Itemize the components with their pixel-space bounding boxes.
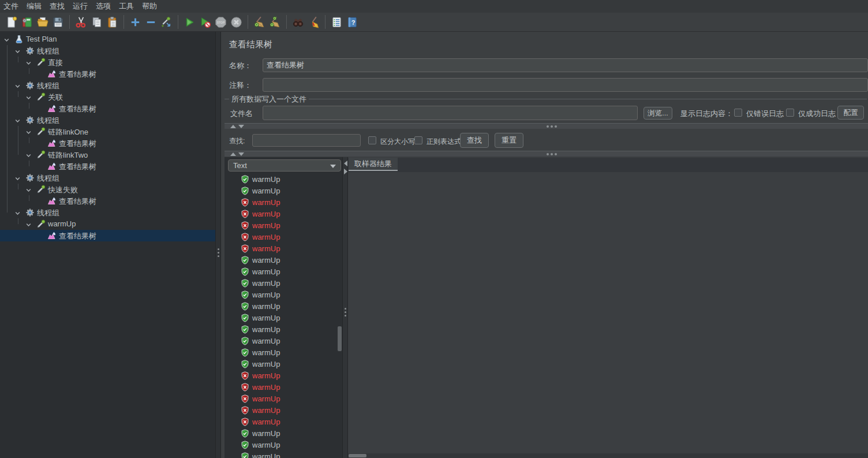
sample-row[interactable]: warmUp bbox=[225, 336, 342, 347]
tree-item[interactable]: 关联 bbox=[0, 91, 215, 103]
clear-all-icon[interactable] bbox=[267, 14, 283, 29]
chevron-down-icon[interactable] bbox=[25, 59, 32, 66]
chevron-down-icon[interactable] bbox=[14, 83, 21, 89]
sample-row[interactable]: warmUp bbox=[225, 185, 342, 197]
function-helper-icon[interactable] bbox=[329, 14, 345, 29]
lower-splitter-bar[interactable] bbox=[225, 151, 868, 157]
menu-item-2[interactable]: 查找 bbox=[50, 1, 65, 12]
splitter-collapse-up-icon[interactable] bbox=[230, 152, 236, 156]
sample-row[interactable]: warmUp bbox=[225, 243, 342, 255]
tree-item[interactable]: 链路linkOne bbox=[0, 126, 215, 137]
chevron-down-icon[interactable] bbox=[25, 152, 32, 158]
tree-splitter[interactable] bbox=[215, 32, 221, 458]
paste-icon[interactable] bbox=[104, 14, 120, 29]
horizontal-scrollbar[interactable] bbox=[348, 453, 868, 458]
tree-item[interactable]: 线程组 bbox=[0, 114, 215, 126]
tree-item[interactable]: 线程组 bbox=[0, 172, 215, 184]
sample-row[interactable]: warmUp bbox=[225, 278, 342, 289]
sample-row[interactable]: warmUp bbox=[225, 405, 342, 416]
tree-item[interactable]: 线程组 bbox=[0, 80, 215, 91]
start-icon[interactable] bbox=[182, 14, 197, 29]
chevron-down-icon[interactable] bbox=[3, 36, 10, 43]
sample-row[interactable]: warmUp bbox=[225, 324, 342, 336]
tree-item[interactable]: 直接 bbox=[0, 57, 215, 68]
cut-icon[interactable] bbox=[73, 14, 89, 29]
regex-checkbox[interactable] bbox=[414, 136, 422, 144]
chevron-down-icon[interactable] bbox=[14, 48, 21, 54]
tree-item[interactable]: 查看结果树 bbox=[0, 195, 215, 207]
menu-item-4[interactable]: 选项 bbox=[96, 1, 111, 12]
tree-item[interactable]: 查看结果树 bbox=[0, 103, 215, 114]
templates-icon[interactable] bbox=[19, 14, 35, 29]
splitter-collapse-down-icon[interactable] bbox=[238, 125, 244, 128]
tree-item[interactable]: 查看结果树 bbox=[0, 137, 215, 149]
case-sensitive-checkbox[interactable] bbox=[368, 136, 376, 144]
new-file-icon[interactable] bbox=[3, 14, 19, 29]
menu-item-0[interactable]: 文件 bbox=[3, 1, 18, 12]
chevron-down-icon[interactable] bbox=[14, 117, 21, 124]
horizontal-scrollbar-thumb[interactable] bbox=[349, 454, 366, 457]
tree-item[interactable]: 查看结果树 bbox=[0, 161, 215, 172]
save-icon[interactable] bbox=[50, 14, 66, 29]
search-input[interactable] bbox=[252, 134, 361, 147]
chevron-down-icon[interactable] bbox=[25, 221, 32, 228]
sample-row[interactable]: warmUp bbox=[225, 370, 342, 382]
expand-plus-icon[interactable] bbox=[128, 14, 143, 29]
splitter-collapse-up-icon[interactable] bbox=[230, 125, 236, 128]
tab-sampler-result[interactable]: 取样器结果 bbox=[349, 158, 398, 171]
browse-button[interactable]: 浏览... bbox=[643, 107, 672, 120]
sample-row[interactable]: warmUp bbox=[225, 393, 342, 405]
sample-row[interactable]: warmUp bbox=[225, 232, 342, 243]
collapse-minus-icon[interactable] bbox=[143, 14, 159, 29]
vertical-scrollbar[interactable] bbox=[337, 174, 342, 453]
start-no-timers-icon[interactable] bbox=[197, 14, 213, 29]
sample-row[interactable]: warmUp bbox=[225, 451, 342, 458]
comment-input[interactable] bbox=[263, 78, 868, 92]
success-only-checkbox[interactable] bbox=[786, 109, 794, 117]
sample-row[interactable]: warmUp bbox=[225, 289, 342, 301]
splitter-collapse-down-icon[interactable] bbox=[238, 152, 244, 156]
sample-row[interactable]: warmUp bbox=[225, 208, 342, 220]
upper-splitter-bar[interactable] bbox=[225, 123, 868, 129]
help-icon[interactable]: ? bbox=[345, 14, 360, 29]
sample-row[interactable]: warmUp bbox=[225, 312, 342, 324]
sample-row[interactable]: warmUp bbox=[225, 197, 342, 208]
chevron-down-icon[interactable] bbox=[25, 187, 32, 193]
tree-item[interactable]: 查看结果树 bbox=[0, 68, 215, 80]
sample-row[interactable]: warmUp bbox=[225, 440, 342, 451]
tree-item[interactable]: 链路linkTwo bbox=[0, 149, 215, 161]
clear-icon[interactable] bbox=[252, 14, 267, 29]
tree-item[interactable]: 查看结果树 bbox=[0, 230, 215, 241]
menu-item-1[interactable]: 编辑 bbox=[27, 1, 42, 12]
sample-row[interactable]: warmUp bbox=[225, 174, 342, 185]
sample-row[interactable]: warmUp bbox=[225, 255, 342, 266]
sample-row[interactable]: warmUp bbox=[225, 347, 342, 359]
sample-row[interactable]: warmUp bbox=[225, 382, 342, 393]
chevron-down-icon[interactable] bbox=[14, 175, 21, 181]
filename-input[interactable] bbox=[263, 106, 638, 120]
tree-item[interactable]: 快速失败 bbox=[0, 184, 215, 195]
tree-item[interactable]: warmUp bbox=[0, 218, 215, 230]
chevron-down-icon[interactable] bbox=[14, 210, 21, 216]
sample-row[interactable]: warmUp bbox=[225, 220, 342, 232]
name-input[interactable] bbox=[263, 58, 868, 72]
configure-button[interactable]: 配置 bbox=[837, 106, 864, 120]
reset-button[interactable]: 重置 bbox=[495, 133, 523, 148]
splitter-collapse-right-icon[interactable] bbox=[344, 169, 347, 174]
menu-item-3[interactable]: 运行 bbox=[73, 1, 88, 12]
tree-item[interactable]: Test Plan bbox=[0, 33, 215, 45]
vertical-scrollbar-thumb[interactable] bbox=[338, 326, 342, 351]
sample-row[interactable]: warmUp bbox=[225, 301, 342, 312]
chevron-down-icon[interactable] bbox=[25, 94, 32, 100]
copy-icon[interactable] bbox=[89, 14, 104, 29]
display-mode-dropdown[interactable]: Text bbox=[228, 159, 341, 172]
tree-item[interactable]: 线程组 bbox=[0, 45, 215, 57]
chevron-down-icon[interactable] bbox=[25, 129, 32, 135]
results-splitter[interactable] bbox=[342, 157, 348, 458]
splitter-collapse-left-icon[interactable] bbox=[344, 161, 347, 166]
open-file-icon[interactable] bbox=[35, 14, 50, 29]
errors-only-checkbox[interactable] bbox=[734, 109, 742, 117]
tree-item[interactable]: 线程组 bbox=[0, 207, 215, 218]
sample-row[interactable]: warmUp bbox=[225, 266, 342, 278]
sample-row[interactable]: warmUp bbox=[225, 428, 342, 440]
